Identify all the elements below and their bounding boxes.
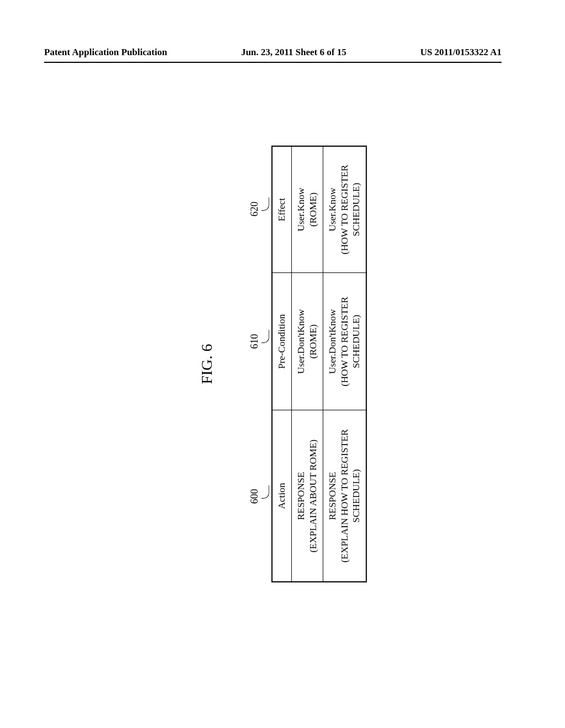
cell-action: RESPONSE (EXPLAIN ABOUT ROME)	[291, 410, 323, 582]
eff-line2: (ROME)	[307, 192, 318, 227]
eff-line1: User.Know	[295, 188, 306, 231]
header-effect: Effect	[272, 146, 291, 272]
column-label-610: 610	[246, 272, 260, 410]
label-620-text: 620	[249, 202, 260, 217]
action-line1: RESPONSE	[327, 472, 338, 520]
column-label-620: 620	[246, 146, 260, 272]
table-row: RESPONSE (EXPLAIN ABOUT ROME) User.Don't…	[291, 146, 323, 582]
bracket-icon	[262, 330, 269, 343]
bracket-icon	[262, 197, 269, 211]
cell-effect: User.Know (HOW TO REGISTER SCHEDULE)	[323, 146, 366, 272]
header-left: Patent Application Publication	[44, 47, 167, 58]
cell-effect: User.Know (ROME)	[291, 146, 323, 272]
label-610-text: 610	[249, 334, 260, 349]
pre-line1: User.Don'tKnow	[295, 309, 306, 374]
table-header-row: Action Pre-Condition Effect	[272, 146, 291, 582]
column-label-600: 600	[246, 410, 260, 582]
column-labels-row: 600 610 620	[246, 146, 260, 582]
header-rule	[44, 62, 502, 63]
header-right: US 2011/0153322 A1	[420, 47, 502, 58]
cell-precondition: User.Don'tKnow (ROME)	[291, 272, 323, 410]
cell-action: RESPONSE (EXPLAIN HOW TO REGISTER SCHEDU…	[323, 410, 366, 582]
figure-container: FIG. 6 600 610 620 Action Pre-Condition …	[198, 146, 367, 582]
header-action: Action	[272, 410, 291, 582]
pre-line1: User.Don'tKnow	[327, 309, 338, 374]
bracket-icon	[262, 485, 269, 499]
table-row: RESPONSE (EXPLAIN HOW TO REGISTER SCHEDU…	[323, 146, 366, 582]
eff-line1: User.Know	[327, 188, 338, 231]
pre-line2: (ROME)	[307, 324, 318, 358]
label-600-text: 600	[249, 489, 260, 504]
pre-line2: (HOW TO REGISTER SCHEDULE)	[338, 297, 361, 386]
eff-line2: (HOW TO REGISTER SCHEDULE)	[338, 165, 361, 254]
action-line2: (EXPLAIN HOW TO REGISTER SCHEDULE)	[338, 429, 361, 563]
cell-precondition: User.Don'tKnow (HOW TO REGISTER SCHEDULE…	[323, 272, 366, 410]
action-line1: RESPONSE	[295, 472, 306, 520]
action-table: Action Pre-Condition Effect RESPONSE (EX…	[271, 146, 367, 582]
action-line2: (EXPLAIN ABOUT ROME)	[307, 440, 318, 553]
figure-title: FIG. 6	[198, 344, 216, 384]
header-center: Jun. 23, 2011 Sheet 6 of 15	[241, 47, 347, 58]
header-precondition: Pre-Condition	[272, 272, 291, 410]
